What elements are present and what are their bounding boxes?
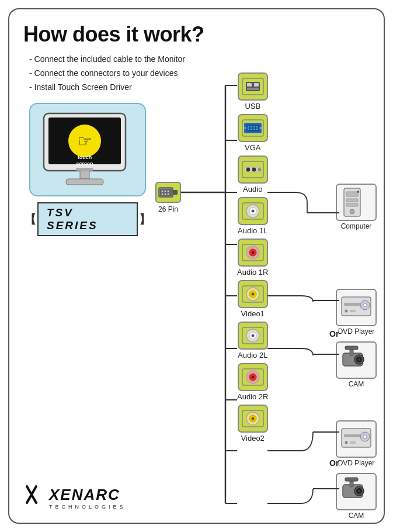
svg-rect-72	[344, 303, 360, 306]
computer-label: Computer	[341, 222, 372, 230]
dvd1-icon	[339, 292, 373, 323]
svg-rect-40	[258, 168, 261, 171]
video1-label: Video1	[241, 309, 265, 318]
svg-point-27	[251, 126, 252, 127]
svg-point-11	[162, 191, 164, 192]
audio1r-icon	[238, 239, 268, 267]
dvd2-label: DVD Player	[338, 459, 375, 467]
svg-point-30	[248, 129, 249, 130]
svg-point-64	[251, 417, 254, 420]
connector-audio2r: Audio 2R	[237, 363, 268, 401]
or-label-1: Or	[329, 329, 339, 338]
dvd2-icon-box	[336, 420, 377, 458]
usb-connector-icon	[241, 76, 265, 97]
xenarc-logo: XENARC TECHNOLOGIES	[26, 485, 126, 510]
dvd1-icon-box	[336, 289, 377, 326]
cam2-icon	[339, 476, 373, 507]
device-dvd1: DVD Player	[336, 289, 377, 336]
svg-point-28	[253, 126, 255, 127]
cam1-label: CAM	[349, 380, 364, 388]
instruction-1: Connect the included cable to the Monito…	[23, 53, 370, 67]
audio2r-label: Audio 2R	[237, 392, 268, 401]
svg-point-87	[345, 441, 348, 444]
svg-rect-6	[80, 171, 89, 179]
svg-rect-21	[254, 83, 259, 87]
svg-point-34	[244, 127, 246, 129]
svg-point-44	[251, 210, 254, 213]
instruction-2: Connect the connectors to your devices	[23, 67, 370, 81]
audio2r-icon	[238, 363, 268, 391]
usb-label: USB	[245, 102, 260, 110]
svg-rect-68	[346, 203, 358, 206]
svg-point-80	[358, 358, 360, 361]
svg-point-35	[259, 127, 262, 129]
dvd1-label: DVD Player	[338, 327, 375, 336]
svg-rect-67	[346, 199, 358, 202]
svg-text:☞: ☞	[78, 132, 92, 150]
tsv-series-label: 【 TSV SERIES 】	[23, 202, 152, 236]
audio2r-connector-icon	[241, 367, 265, 388]
audio1r-label: Audio 1R	[237, 268, 268, 277]
svg-point-33	[256, 129, 258, 130]
tsv-text: TSV SERIES	[37, 202, 138, 236]
svg-text:touch: touch	[78, 154, 92, 160]
audio1l-label: Audio 1L	[238, 226, 267, 235]
monitor-box: ☞ touch screen	[29, 103, 146, 196]
connector-audio1l: Audio 1L	[237, 197, 268, 235]
audio1r-connector-icon	[241, 242, 265, 263]
svg-point-56	[251, 334, 254, 337]
svg-rect-94	[345, 478, 358, 481]
svg-point-15	[165, 194, 166, 195]
connector-audio1r: Audio 1R	[237, 239, 268, 277]
svg-point-75	[345, 310, 348, 313]
connector-video1: Video1	[237, 280, 268, 318]
svg-rect-7	[66, 179, 103, 185]
svg-rect-8	[76, 168, 93, 171]
audio1l-connector-icon	[241, 201, 265, 222]
device-cam1: CAM	[336, 341, 377, 388]
connector-usb: USB	[237, 72, 268, 110]
video1-connector-icon	[241, 284, 265, 305]
svg-point-32	[253, 129, 255, 130]
cam1-icon	[339, 345, 373, 375]
svg-point-26	[248, 126, 249, 127]
svg-point-13	[168, 191, 169, 192]
audio2l-icon	[238, 322, 268, 350]
svg-rect-82	[345, 346, 358, 350]
cam2-icon-box	[336, 473, 377, 510]
xenarc-icon	[26, 485, 48, 504]
vga-label: VGA	[245, 143, 260, 152]
pin-icon	[155, 182, 181, 203]
svg-rect-20	[247, 83, 252, 87]
svg-point-92	[358, 490, 360, 492]
video1-icon	[238, 280, 268, 308]
main-page: How does it work? Connect the included c…	[8, 8, 385, 524]
computer-icon-box	[336, 184, 377, 221]
instructions-list: Connect the included cable to the Monito…	[23, 53, 370, 94]
svg-point-12	[165, 191, 166, 192]
computer-icon	[339, 187, 373, 217]
svg-point-38	[246, 168, 250, 172]
pin-connector-area: 26 Pin	[155, 182, 181, 213]
or-label-2: Or	[329, 458, 339, 468]
video2-icon	[238, 405, 268, 433]
xenarc-subtext: TECHNOLOGIES	[49, 504, 126, 510]
svg-point-52	[251, 293, 254, 296]
instruction-3: Install Touch Screen Driver	[23, 81, 370, 95]
monitor-area: ☞ touch screen 【 TSV SERIES 】	[23, 103, 152, 236]
svg-point-31	[251, 129, 252, 130]
vga-icon	[238, 114, 268, 142]
svg-point-70	[357, 191, 359, 193]
svg-point-39	[252, 168, 256, 172]
connector-audio2l: Audio 2L	[237, 322, 268, 360]
cam2-label: CAM	[349, 512, 364, 520]
device-computer: Computer	[336, 184, 377, 230]
svg-rect-84	[344, 434, 360, 437]
video2-label: Video2	[241, 434, 265, 443]
svg-rect-88	[350, 441, 356, 444]
pin-connector-icon	[158, 184, 179, 201]
connectors-column: USB	[237, 72, 268, 446]
audio-label: Audio	[243, 185, 262, 194]
svg-rect-17	[173, 190, 178, 195]
svg-point-48	[251, 251, 254, 254]
